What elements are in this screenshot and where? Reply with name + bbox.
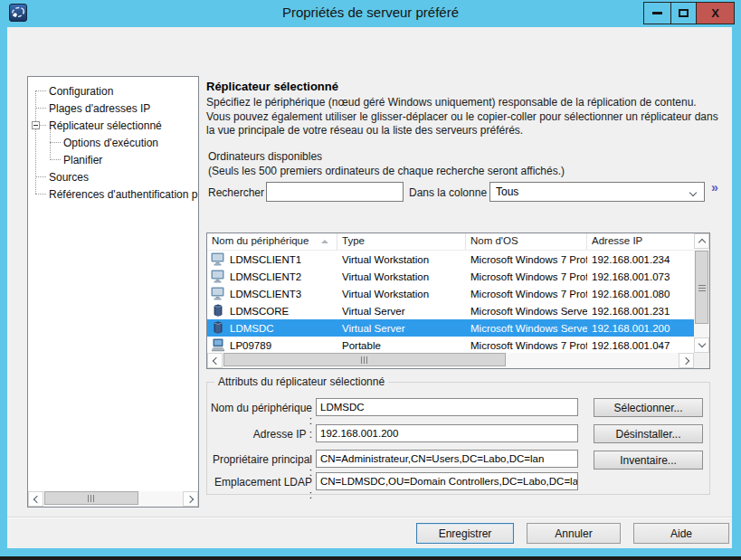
device-name-label: Nom du périphérique : xyxy=(209,402,312,427)
chevron-right-icon xyxy=(681,356,689,364)
dialog-window: Propriétés de serveur préféré x Configur… xyxy=(0,0,741,560)
table-vertical-scrollbar[interactable] xyxy=(694,233,709,353)
footer-divider xyxy=(7,517,732,518)
workstation-icon xyxy=(211,287,225,300)
scroll-left-button[interactable] xyxy=(207,353,223,368)
column-header-type[interactable]: Type xyxy=(337,233,466,250)
available-computers-label: Ordinateurs disponibles xyxy=(208,150,322,163)
sidebar-item-plages-adresses-ip[interactable]: Plages d'adresses IP xyxy=(28,100,198,117)
sidebar-item-references-authentification[interactable]: Références d'authentification pour l xyxy=(28,185,198,203)
device-table: Nom du périphérique Type Nom d'OS Adress… xyxy=(206,233,710,369)
minimize-button[interactable] xyxy=(643,2,671,24)
column-header-device-name[interactable]: Nom du périphérique xyxy=(207,233,337,250)
chevron-left-icon xyxy=(212,356,219,364)
taskbar-strip xyxy=(0,556,741,560)
sidebar-item-options-execution[interactable]: Options d'exécution xyxy=(28,134,198,151)
laptop-icon xyxy=(211,338,225,352)
window-title: Propriétés de serveur préféré xyxy=(0,5,741,20)
page-title: Réplicateur sélectionné xyxy=(206,80,338,93)
chevron-down-icon xyxy=(698,340,705,347)
sort-asc-icon xyxy=(321,240,328,243)
advanced-search-icon[interactable]: » xyxy=(711,180,718,195)
device-name-field[interactable]: LDMSDC xyxy=(316,398,578,416)
ldap-location-field[interactable]: CN=LDMSDC,OU=Domain Controllers,DC=Labo,… xyxy=(316,472,578,490)
table-row-selected[interactable]: LDMSDC Virtual Server Microsoft Windows … xyxy=(207,319,694,337)
primary-owner-field[interactable]: CN=Administrateur,CN=Users,DC=Labo,DC=la… xyxy=(316,450,578,468)
sidebar-item-planifier[interactable]: Planifier xyxy=(28,151,198,168)
table-row[interactable]: LP09789 Portable Microsoft Windows 7 Pro… xyxy=(207,337,694,354)
ip-address-field[interactable]: 192.168.001.200 xyxy=(316,424,578,442)
page-description: Spécifiez le périphérique (nœud géré Win… xyxy=(206,96,722,138)
scrollbar-thumb[interactable] xyxy=(223,353,506,366)
grip-icon xyxy=(698,284,706,291)
window-controls: x xyxy=(644,2,735,24)
sidebar-item-label: Planifier xyxy=(63,154,102,166)
table-body: LDMSCLIENT1 Virtual Workstation Microsof… xyxy=(207,251,694,354)
ldap-location-label: Emplacement LDAP : xyxy=(209,476,312,501)
scrollbar-thumb[interactable] xyxy=(44,491,138,505)
chevron-left-icon xyxy=(33,495,40,502)
help-button[interactable]: Aide xyxy=(633,523,729,544)
server-icon xyxy=(211,321,225,335)
table-row[interactable]: LDMSCLIENT2 Virtual Workstation Microsof… xyxy=(207,268,694,285)
select-button[interactable]: Sélectionner... xyxy=(594,398,703,417)
ip-address-label: Adresse IP : xyxy=(209,428,312,441)
sidebar-item-sources[interactable]: Sources xyxy=(28,168,198,185)
inventory-button[interactable]: Inventaire... xyxy=(594,451,703,470)
scrollbar-thumb[interactable] xyxy=(695,251,708,324)
save-button[interactable]: Enregistrer xyxy=(416,523,514,544)
cancel-button[interactable]: Annuler xyxy=(527,523,621,544)
search-input[interactable] xyxy=(266,182,404,202)
column-filter-value: Tous xyxy=(496,185,518,198)
maximize-button[interactable] xyxy=(670,2,697,24)
titlebar: Propriétés de serveur préféré x xyxy=(0,0,741,27)
table-row[interactable]: LDMSCLIENT3 Virtual Workstation Microsof… xyxy=(207,285,694,302)
close-icon: x xyxy=(711,6,719,20)
sidebar-item-label: Options d'exécution xyxy=(63,137,158,149)
tree-collapse-icon[interactable] xyxy=(32,121,40,129)
table-horizontal-scrollbar[interactable] xyxy=(207,353,694,368)
grip-icon xyxy=(88,495,95,502)
workstation-icon xyxy=(211,270,225,283)
column-header-os-name[interactable]: Nom d'OS xyxy=(466,233,587,250)
primary-owner-label: Propriétaire principal : xyxy=(209,453,312,479)
sidebar-item-label: Plages d'adresses IP xyxy=(49,102,150,115)
sidebar-item-label: Réplicateur sélectionné xyxy=(49,119,162,132)
table-header: Nom du périphérique Type Nom d'OS Adress… xyxy=(207,233,694,251)
column-filter-dropdown[interactable]: Tous xyxy=(489,182,705,202)
available-computers-note: (Seuls les 500 premiers ordinateurs de c… xyxy=(208,165,565,177)
scrollbar-corner xyxy=(694,353,709,368)
attributes-groupbox: Attributs du réplicateur sélectionné Nom… xyxy=(206,382,710,495)
sidebar-item-replicateur-selectionne[interactable]: Réplicateur sélectionné xyxy=(28,117,198,134)
chevron-up-icon xyxy=(698,239,705,246)
sidebar-item-label: Références d'authentification pour l xyxy=(49,188,199,201)
column-filter-label: Dans la colonne : xyxy=(409,186,493,199)
uninstall-button[interactable]: Désinstaller... xyxy=(594,424,703,443)
close-button[interactable]: x xyxy=(696,2,735,24)
server-icon xyxy=(211,304,225,318)
scroll-left-button[interactable] xyxy=(28,491,43,507)
table-row[interactable]: LDMSCORE Virtual Server Microsoft Window… xyxy=(207,302,694,319)
scroll-right-button[interactable] xyxy=(679,353,694,368)
settings-tree: Configuration Plages d'adresses IP Répli… xyxy=(27,76,199,508)
search-label: Rechercher : xyxy=(208,186,271,199)
column-header-ip-address[interactable]: Adresse IP xyxy=(587,233,694,250)
sidebar-item-configuration[interactable]: Configuration xyxy=(28,82,198,100)
scroll-down-button[interactable] xyxy=(694,337,709,353)
sidebar-item-label: Sources xyxy=(49,171,89,184)
grip-icon xyxy=(361,356,368,364)
workstation-icon xyxy=(211,252,225,266)
chevron-right-icon xyxy=(185,495,193,502)
scroll-right-button[interactable] xyxy=(183,491,198,507)
scroll-up-button[interactable] xyxy=(694,233,709,249)
maximize-icon xyxy=(679,9,689,17)
sidebar-item-label: Configuration xyxy=(49,85,113,98)
groupbox-title: Attributs du réplicateur sélectionné xyxy=(214,375,388,388)
table-row[interactable]: LDMSCLIENT1 Virtual Workstation Microsof… xyxy=(207,251,694,268)
chevron-down-icon xyxy=(689,189,697,196)
tree-horizontal-scrollbar[interactable] xyxy=(28,491,198,507)
minimize-icon xyxy=(652,12,662,14)
